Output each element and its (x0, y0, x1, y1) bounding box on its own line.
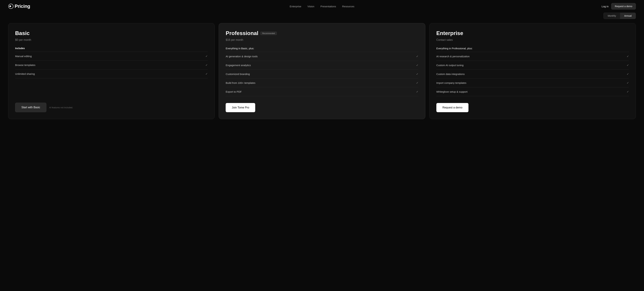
enterprise-plan-card: Enterprise Contact sales Everything in P… (430, 23, 636, 119)
login-button[interactable]: Log in (602, 5, 608, 8)
check-icon: ✓ (627, 55, 629, 58)
check-icon: ✓ (416, 55, 418, 58)
check-icon: ✓ (627, 90, 629, 93)
join-tome-pro-button[interactable]: Join Tome Pro (226, 103, 255, 112)
feature-customized-branding: Customized branding ✓ (226, 70, 418, 78)
nav-link-resources[interactable]: Resources (342, 5, 354, 8)
request-demo-button[interactable]: Request a demo (611, 3, 636, 10)
check-icon: ✓ (416, 81, 418, 84)
annual-toggle[interactable]: Annual (620, 13, 636, 19)
recommended-badge: Recommended (260, 32, 277, 35)
professional-feature-list: AI generation & design tools ✓ Engagemen… (226, 52, 418, 96)
feature-custom-data-integrations: Custom data integrations ✓ (436, 70, 629, 78)
basic-plan-price: $0 per month (15, 38, 208, 42)
check-icon: ✓ (627, 72, 629, 76)
navigation: Pricing Enterprise Vision Presentations … (0, 0, 644, 12)
start-with-basic-button[interactable]: Start with Basic (15, 103, 46, 112)
feature-whiteglove-support: Whiteglove setup & support ✓ (436, 87, 629, 96)
svg-point-1 (9, 6, 11, 7)
feature-ai-generation: AI generation & design tools ✓ (226, 52, 418, 61)
feature-unlimited-sharing: Unlimited sharing ✓ (15, 69, 208, 78)
feature-ai-research: AI research & personalization ✓ (436, 52, 629, 61)
nav-link-vision[interactable]: Vision (308, 5, 314, 8)
enterprise-plan-name: Enterprise (436, 30, 629, 36)
feature-import-company-templates: Import company templates ✓ (436, 78, 629, 87)
enterprise-everything-label: Everything in Professional, plus: (436, 47, 629, 50)
check-icon: ✓ (627, 64, 629, 67)
basic-feature-list: Manual editing ✓ Browse templates ✓ Unli… (15, 52, 208, 96)
basic-plan-card: Basic $0 per month Includes Manual editi… (8, 23, 214, 119)
check-icon: ✓ (206, 72, 208, 76)
feature-export-pdf: Export to PDF ✓ (226, 87, 418, 96)
pricing-section: Basic $0 per month Includes Manual editi… (0, 23, 644, 127)
professional-card-footer: Join Tome Pro (226, 103, 418, 112)
basic-includes-label: Includes (15, 47, 208, 50)
check-icon: ✓ (206, 54, 208, 58)
enterprise-plan-price: Contact sales (436, 38, 629, 42)
request-demo-enterprise-button[interactable]: Request a demo (436, 103, 468, 112)
check-icon: ✓ (627, 81, 629, 84)
check-icon: ✓ (416, 72, 418, 76)
feature-build-templates: Build from 100+ templates ✓ (226, 78, 418, 87)
professional-plan-price: $16 per month (226, 38, 418, 42)
enterprise-feature-list: AI research & personalization ✓ Custom A… (436, 52, 629, 96)
check-icon: ✓ (206, 64, 208, 67)
feature-engagement-analytics: Engagement analytics ✓ (226, 61, 418, 70)
check-icon: ✓ (416, 64, 418, 67)
billing-toggle-container: Monthly Annual (0, 12, 644, 23)
basic-plan-name: Basic (15, 30, 208, 36)
professional-plan-card: Professional Recommended $16 per month E… (219, 23, 425, 119)
nav-actions: Log in Request a demo (602, 3, 636, 10)
basic-disclaimer: AI features not included. (49, 106, 73, 109)
check-icon: ✓ (416, 90, 418, 93)
feature-custom-ai-output: Custom AI output tuning ✓ (436, 61, 629, 70)
nav-links: Enterprise Vision Presentations Resource… (290, 5, 354, 8)
professional-plan-name: Professional Recommended (226, 30, 418, 36)
basic-card-footer: Start with Basic AI features not include… (15, 103, 208, 112)
nav-link-presentations[interactable]: Presentations (320, 5, 336, 8)
logo-icon (8, 4, 14, 9)
billing-toggle: Monthly Annual (604, 12, 636, 19)
logo[interactable]: Pricing (8, 4, 30, 9)
nav-link-enterprise[interactable]: Enterprise (290, 5, 301, 8)
feature-manual-editing: Manual editing ✓ (15, 52, 208, 60)
feature-browse-templates: Browse templates ✓ (15, 60, 208, 69)
professional-everything-label: Everything in Basic, plus: (226, 47, 418, 50)
logo-text: Pricing (14, 4, 30, 9)
enterprise-card-footer: Request a demo (436, 103, 629, 112)
monthly-toggle[interactable]: Monthly (604, 13, 620, 19)
